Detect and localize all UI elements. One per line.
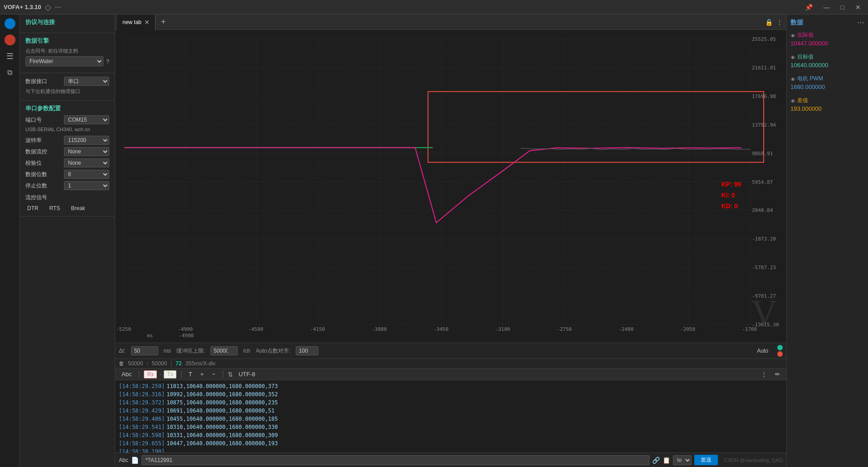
tab-more-icon[interactable]: ⋮ [776, 19, 783, 26]
baud-row: 波特率 115200 [25, 136, 109, 145]
right-title: 数据 [790, 19, 803, 27]
sidebar-title-protocol[interactable]: 协议与连接 [25, 18, 109, 26]
send-input[interactable] [141, 455, 649, 465]
abc-button[interactable]: Abc [119, 370, 134, 379]
watermark-text: CSDN @xiaobuding_QAO [724, 457, 783, 463]
send-file-button[interactable]: 📄 [131, 457, 139, 464]
delta-t-input[interactable] [131, 346, 158, 355]
break-button[interactable]: Break [69, 204, 87, 212]
rts-button[interactable]: RTS [48, 204, 62, 212]
minus-button[interactable]: − [209, 370, 218, 379]
log-data: 11013,10640.000000,1680.000000,373 [166, 382, 278, 390]
port-subtitle: USB-SERIAL CH340, wch.cn [25, 127, 109, 132]
close-button[interactable]: ✕ [852, 0, 864, 15]
diff-eye-icon[interactable]: 👁 [790, 98, 795, 104]
pwm-eye-icon[interactable]: 👁 [790, 77, 795, 82]
send-attach-icon[interactable]: 🔗 [652, 457, 660, 464]
flow-row: 数据流控 None [25, 147, 109, 156]
toolbar-more-button[interactable]: ⋮ [758, 370, 770, 379]
sidebar-section-interface: 数据接口 串口 与下位机通信的物理接口 [20, 73, 115, 101]
log-data: 10992,10640.000000,1680.000000,352 [166, 390, 278, 398]
sidebar-section-protocol: 协议与连接 [20, 15, 115, 33]
pin-button[interactable]: 📌 [801, 0, 816, 15]
frame-count: 72 [176, 360, 181, 367]
log-timestamp: [14:58:29.259] [119, 382, 165, 390]
interface-label: 数据接口 [25, 78, 47, 85]
engine-help-button[interactable]: ? [106, 58, 109, 65]
log-timestamp: [14:58:29.429] [119, 407, 165, 415]
log-area[interactable]: [14:58:29.259]11013,10640.000000,1680.00… [115, 380, 786, 452]
connect-icon[interactable] [5, 18, 15, 29]
send-abc-label: Abc [119, 457, 128, 463]
check-val: None [64, 158, 109, 167]
log-line: [14:58:29.372]10875,10640.000000,1680.00… [119, 398, 783, 407]
engine-select[interactable]: FireWater [25, 56, 103, 66]
main-chart[interactable] [115, 30, 786, 343]
auto-points-input[interactable] [296, 346, 318, 355]
buffer-label: 缓冲区上限: [176, 347, 205, 355]
databits-select[interactable]: 8 [64, 170, 109, 179]
record-icon[interactable] [5, 34, 15, 45]
sidebar-title-serial[interactable]: 串口参数配置 [25, 104, 109, 113]
stopbits-val: 1 [64, 181, 109, 190]
tab-new[interactable]: new tab ✕ [117, 15, 156, 30]
minimize-button[interactable]: — [820, 0, 834, 15]
ch-unit: /ch [243, 348, 250, 354]
tab-close-button[interactable]: ✕ [144, 19, 150, 26]
lock-icon[interactable]: 🔒 [765, 19, 773, 26]
vofa-version-icon: ◇ [45, 2, 51, 12]
flow-select[interactable]: None [64, 147, 109, 156]
databits-val: 8 [64, 170, 109, 179]
flow-signal-row: DTR RTS Break [25, 204, 109, 212]
tx-button[interactable]: Tx [164, 370, 176, 379]
send-button[interactable]: 发送 [694, 455, 718, 465]
log-timestamp: [14:58:29.655] [119, 439, 165, 447]
add-button[interactable]: + [198, 370, 207, 379]
sidebar-title-engine[interactable]: 数据引擎 [25, 37, 109, 45]
pwm-value: 1680.000000 [790, 84, 864, 90]
dot-red [777, 351, 783, 357]
pwm-row: 👁 电机 PWM [790, 75, 864, 84]
actual-eye-icon[interactable]: 👁 [790, 33, 795, 39]
log-data: 10875,10640.000000,1680.000000,235 [166, 398, 278, 407]
trash-icon[interactable]: 🗑 [119, 360, 124, 367]
stopbits-select[interactable]: 1 [64, 181, 109, 190]
maximize-button[interactable]: □ [837, 0, 848, 15]
send-copy-icon[interactable]: 📋 [663, 457, 670, 464]
tab-actions: 🔒 ⋮ [765, 19, 786, 26]
right-more-icon[interactable]: ⋯ [857, 18, 864, 27]
format-button[interactable]: T [186, 370, 195, 379]
serial-sep1: / [146, 360, 148, 367]
bottom-controls: Δt: ms 缓冲区上限: /ch Auto点数对齐: Auto [115, 343, 786, 359]
log-line: [14:58:29.486]10455,10640.000000,1680.00… [119, 415, 783, 423]
tab-label: new tab [122, 19, 141, 25]
data-section-target: 👁 目标值 10640.000000 [790, 53, 864, 69]
databits-label: 数据位数 [25, 171, 47, 178]
check-select[interactable]: None [64, 158, 109, 167]
target-row: 👁 目标值 [790, 53, 864, 62]
log-line: [14:58:29.316]10992,10640.000000,1680.00… [119, 390, 783, 398]
port-label: 端口号 [25, 116, 42, 124]
sidebar-engine-subtitle: 点击同号: 前往详细文档 [25, 48, 109, 54]
rx-button[interactable]: Rx [144, 370, 157, 379]
center-panel: new tab ✕ + 🔒 ⋮ V KP: 99 KI: 0 KD: 0 Δt:… [115, 15, 786, 467]
tab-add-button[interactable]: + [157, 17, 170, 27]
newline-select[interactable]: \n [673, 455, 692, 465]
buffer-used: 50000 [128, 360, 143, 367]
toolbar-edit-button[interactable]: ✏ [772, 370, 783, 379]
layers-icon[interactable]: ⧉ [5, 67, 15, 78]
baud-select[interactable]: 115200 [64, 136, 109, 145]
log-line: [14:58:29.259]11013,10640.000000,1680.00… [119, 382, 783, 390]
interface-select[interactable]: 串口 [64, 77, 109, 86]
port-select[interactable]: COM15 [64, 115, 109, 124]
interface-val: 串口 [64, 77, 109, 86]
menu-icon[interactable]: ☰ [5, 51, 15, 62]
log-data: 10310,10640.000000,1680.000000,330 [166, 423, 278, 431]
app-logo: VOFA+ 1.3.10 [4, 4, 41, 10]
more-icon[interactable]: ⋯ [55, 4, 61, 11]
buffer-input[interactable] [210, 346, 238, 355]
log-data: 10455,10640.000000,1680.000000,185 [166, 415, 278, 423]
dtr-button[interactable]: DTR [25, 204, 40, 212]
encoding-button[interactable]: UTF-8 [236, 370, 258, 379]
target-eye-icon[interactable]: 👁 [790, 55, 795, 60]
